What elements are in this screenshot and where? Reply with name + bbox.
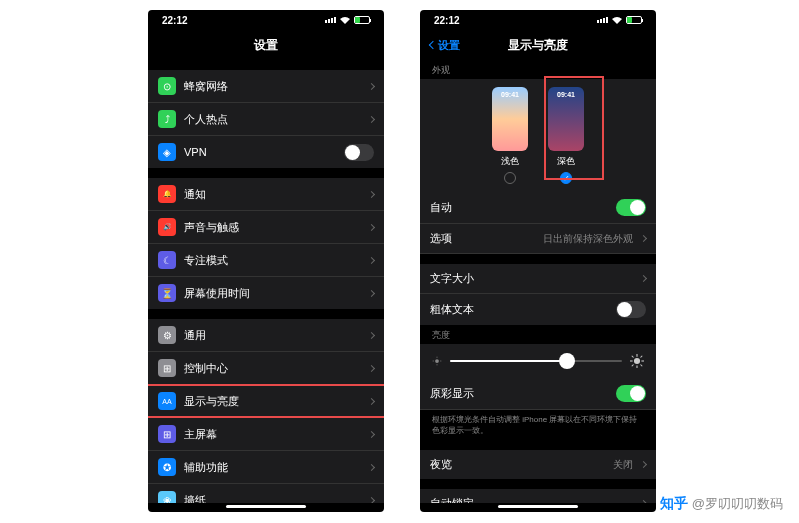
appearance-dark-option[interactable]: 09:41 深色	[548, 87, 584, 184]
chevron-right-icon	[368, 82, 375, 89]
light-preview: 09:41	[492, 87, 528, 151]
row-icon: 🔊	[158, 218, 176, 236]
row-icon: ⊞	[158, 359, 176, 377]
options-row[interactable]: 选项 日出前保持深色外观	[420, 224, 656, 254]
row-icon: ◈	[158, 143, 176, 161]
chevron-right-icon	[640, 461, 647, 468]
svg-line-13	[641, 356, 643, 358]
row-label: 通用	[184, 328, 361, 343]
chevron-right-icon	[640, 500, 647, 503]
row-label: VPN	[184, 146, 336, 158]
chevron-left-icon	[429, 41, 437, 49]
watermark-author: @罗叨叨叨数码	[692, 495, 783, 513]
chevron-right-icon	[368, 190, 375, 197]
status-bar: 22:12	[420, 10, 656, 30]
row-icon: ✪	[158, 458, 176, 476]
settings-row[interactable]: ⊞主屏幕	[148, 418, 384, 451]
signal-icon	[597, 17, 608, 23]
settings-row[interactable]: AA显示与亮度	[148, 385, 384, 418]
true-tone-description: 根据环境光条件自动调整 iPhone 屏幕以在不同环境下保持色彩显示一致。	[420, 410, 656, 440]
row-icon: AA	[158, 392, 176, 410]
toggle[interactable]	[344, 144, 374, 161]
chevron-right-icon	[640, 275, 647, 282]
brightness-slider-row[interactable]	[420, 344, 656, 378]
auto-appearance-row[interactable]: 自动	[420, 192, 656, 224]
settings-row[interactable]: ☾专注模式	[148, 244, 384, 277]
row-icon: 🔔	[158, 185, 176, 203]
nav-bar: 设置	[148, 30, 384, 60]
brightness-section-label: 亮度	[420, 325, 656, 344]
bold-text-row[interactable]: 粗体文本	[420, 294, 656, 325]
svg-line-12	[632, 365, 634, 367]
status-time: 22:12	[434, 15, 460, 26]
radio-checked-icon	[560, 172, 572, 184]
settings-row[interactable]: ⊙蜂窝网络	[148, 70, 384, 103]
watermark: 知乎 @罗叨叨叨数码	[660, 495, 783, 513]
row-label: 辅助功能	[184, 460, 361, 475]
chevron-right-icon	[640, 235, 647, 242]
battery-icon	[354, 16, 370, 24]
svg-line-11	[641, 365, 643, 367]
status-bar: 22:12	[148, 10, 384, 30]
dark-preview: 09:41	[548, 87, 584, 151]
row-icon: ☾	[158, 251, 176, 269]
chevron-right-icon	[368, 430, 375, 437]
settings-row[interactable]: ✪辅助功能	[148, 451, 384, 484]
row-icon: ⏳	[158, 284, 176, 302]
home-indicator[interactable]	[226, 505, 306, 508]
svg-point-0	[435, 359, 439, 363]
chevron-right-icon	[368, 397, 375, 404]
settings-row[interactable]: ⏳屏幕使用时间	[148, 277, 384, 309]
row-icon: ⊙	[158, 77, 176, 95]
auto-toggle[interactable]	[616, 199, 646, 216]
settings-row[interactable]: ⊞控制中心	[148, 352, 384, 385]
row-label: 主屏幕	[184, 427, 361, 442]
row-label: 通知	[184, 187, 361, 202]
appearance-picker: 09:41 浅色 09:41 深色	[420, 79, 656, 192]
bold-text-toggle[interactable]	[616, 301, 646, 318]
settings-row[interactable]: 🔔通知	[148, 178, 384, 211]
sun-small-icon	[432, 356, 442, 366]
row-label: 蜂窝网络	[184, 79, 361, 94]
chevron-right-icon	[368, 115, 375, 122]
settings-row[interactable]: ◈VPN	[148, 136, 384, 168]
wifi-icon	[611, 16, 623, 25]
chevron-right-icon	[368, 289, 375, 296]
radio-unchecked-icon	[504, 172, 516, 184]
settings-screen-left: 22:12 设置 ⊙蜂窝网络⤴个人热点◈VPN 🔔通知🔊声音与触感☾专注模式⏳屏…	[148, 10, 384, 512]
true-tone-row[interactable]: 原彩显示	[420, 378, 656, 410]
settings-row[interactable]: ⤴个人热点	[148, 103, 384, 136]
settings-list[interactable]: ⊙蜂窝网络⤴个人热点◈VPN 🔔通知🔊声音与触感☾专注模式⏳屏幕使用时间 ⚙通用…	[148, 60, 384, 503]
row-icon: ⊞	[158, 425, 176, 443]
chevron-right-icon	[368, 463, 375, 470]
back-button[interactable]: 设置	[430, 38, 460, 53]
chevron-right-icon	[368, 331, 375, 338]
signal-icon	[325, 17, 336, 23]
true-tone-toggle[interactable]	[616, 385, 646, 402]
row-label: 声音与触感	[184, 220, 361, 235]
row-label: 墙纸	[184, 493, 361, 504]
chevron-right-icon	[368, 256, 375, 263]
row-label: 控制中心	[184, 361, 361, 376]
page-title: 显示与亮度	[508, 37, 568, 54]
home-indicator[interactable]	[498, 505, 578, 508]
row-label: 显示与亮度	[184, 394, 361, 409]
brightness-slider[interactable]	[450, 360, 622, 362]
chevron-right-icon	[368, 496, 375, 503]
svg-point-5	[634, 358, 640, 364]
battery-icon	[626, 16, 642, 24]
settings-row[interactable]: ❀墙纸	[148, 484, 384, 503]
chevron-right-icon	[368, 223, 375, 230]
row-icon: ⤴	[158, 110, 176, 128]
display-settings-list[interactable]: 外观 09:41 浅色 09:41 深色 自动 选项 日出前保持深色外观	[420, 60, 656, 503]
night-shift-row[interactable]: 夜览 关闭	[420, 450, 656, 479]
settings-row[interactable]: ⚙通用	[148, 319, 384, 352]
zhihu-logo-icon: 知乎	[660, 495, 688, 513]
auto-lock-row[interactable]: 自动锁定	[420, 489, 656, 503]
text-size-row[interactable]: 文字大小	[420, 264, 656, 294]
settings-row[interactable]: 🔊声音与触感	[148, 211, 384, 244]
svg-line-10	[632, 356, 634, 358]
wifi-icon	[339, 16, 351, 25]
appearance-light-option[interactable]: 09:41 浅色	[492, 87, 528, 184]
page-title: 设置	[254, 37, 278, 54]
